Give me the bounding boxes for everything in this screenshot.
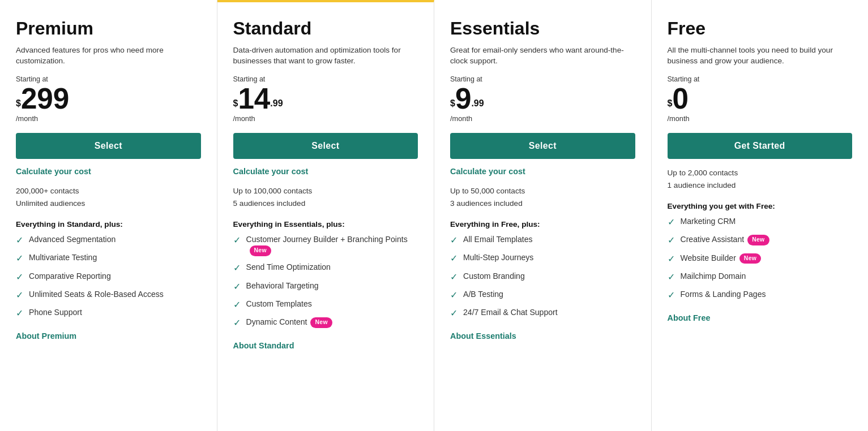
feature-text-premium-4: Phone Support — [29, 307, 82, 318]
plan-period-essentials: /month — [450, 114, 635, 123]
feature-text-essentials-4: 24/7 Email & Chat Support — [463, 307, 558, 318]
everything-label-essentials: Everything in Free, plus: — [450, 220, 635, 229]
feature-text-premium-3: Unlimited Seats & Role-Based Access — [29, 289, 164, 300]
calculate-link-standard[interactable]: Calculate your cost — [233, 167, 418, 176]
checkmark-icon-standard-0: ✓ — [233, 234, 241, 247]
feature-list-premium: ✓Advanced Segmentation✓Multivariate Test… — [16, 234, 201, 320]
checkmark-icon-premium-1: ✓ — [16, 252, 23, 265]
feature-text-standard-1: Send Time Optimization — [246, 262, 331, 273]
checkmark-icon-premium-2: ✓ — [16, 271, 23, 283]
new-badge-free-2: New — [739, 253, 761, 264]
plan-starting-label-premium: Starting at — [16, 75, 201, 83]
checkmark-icon-premium-4: ✓ — [16, 307, 23, 320]
plan-card-free: FreeAll the multi-channel tools you need… — [652, 0, 869, 431]
new-badge-standard-0: New — [250, 245, 271, 256]
select-button-premium[interactable]: Select — [16, 133, 201, 159]
feature-text-essentials-3: A/B Testing — [463, 289, 503, 300]
feature-text-standard-0: Customer Journey Builder + Branching Poi… — [246, 234, 418, 256]
plan-amount-essentials: 9 — [455, 84, 471, 113]
checkmark-icon-free-1: ✓ — [668, 234, 675, 247]
feature-item-essentials-4: ✓24/7 Email & Chat Support — [450, 307, 635, 320]
checkmark-icon-essentials-4: ✓ — [450, 307, 457, 320]
about-link-essentials[interactable]: About Essentials — [450, 331, 635, 341]
plan-description-free: All the multi-channel tools you need to … — [668, 45, 853, 66]
feature-item-standard-3: ✓Custom Templates — [233, 299, 418, 311]
plan-starting-label-standard: Starting at — [233, 75, 418, 83]
about-link-premium[interactable]: About Premium — [16, 331, 201, 341]
feature-text-essentials-1: Multi-Step Journeys — [463, 252, 533, 264]
checkmark-icon-premium-0: ✓ — [16, 234, 23, 247]
feature-item-premium-4: ✓Phone Support — [16, 307, 201, 320]
plan-description-standard: Data-driven automation and optimization … — [233, 45, 418, 66]
feature-item-free-2: ✓Website BuilderNew — [668, 253, 853, 265]
feature-text-free-1: Creative AssistantNew — [681, 234, 769, 245]
plan-dollar-standard: $ — [233, 98, 238, 109]
feature-item-premium-0: ✓Advanced Segmentation — [16, 234, 201, 247]
checkmark-icon-standard-4: ✓ — [233, 317, 241, 329]
feature-text-essentials-0: All Email Templates — [463, 234, 533, 245]
feature-item-standard-1: ✓Send Time Optimization — [233, 262, 418, 274]
feature-text-free-4: Forms & Landing Pages — [681, 289, 766, 300]
checkmark-icon-essentials-3: ✓ — [450, 289, 457, 301]
plan-amount-premium: 299 — [21, 84, 69, 113]
plan-dollar-essentials: $ — [450, 98, 455, 109]
plan-price-row-essentials: $9.99 — [450, 84, 635, 113]
feature-text-essentials-2: Custom Branding — [463, 271, 525, 282]
feature-item-standard-0: ✓Customer Journey Builder + Branching Po… — [233, 234, 418, 256]
feature-list-standard: ✓Customer Journey Builder + Branching Po… — [233, 234, 418, 330]
feature-list-free: ✓Marketing CRM✓Creative AssistantNew✓Web… — [668, 216, 853, 302]
plan-amount-free: 0 — [672, 84, 688, 113]
plan-amount-standard: 14 — [238, 84, 270, 113]
checkmark-icon-free-0: ✓ — [668, 216, 675, 229]
feature-text-premium-0: Advanced Segmentation — [29, 234, 116, 245]
plan-dollar-premium: $ — [16, 98, 21, 109]
plan-cents-essentials: .99 — [471, 98, 484, 109]
plan-card-standard: StandardData-driven automation and optim… — [217, 0, 435, 431]
plan-price-row-standard: $14.99 — [233, 84, 418, 113]
checkmark-icon-free-4: ✓ — [668, 289, 675, 301]
feature-item-free-4: ✓Forms & Landing Pages — [668, 289, 853, 301]
plan-period-premium: /month — [16, 114, 201, 123]
about-link-free[interactable]: About Free — [668, 313, 853, 322]
about-link-standard[interactable]: About Standard — [233, 341, 418, 350]
feature-item-premium-2: ✓Comparative Reporting — [16, 271, 201, 283]
contacts-info-premium: 200,000+ contactsUnlimited audiences — [16, 185, 201, 210]
plan-dollar-free: $ — [668, 98, 673, 109]
calculate-link-essentials[interactable]: Calculate your cost — [450, 167, 635, 176]
select-button-standard[interactable]: Select — [233, 133, 418, 159]
feature-item-essentials-0: ✓All Email Templates — [450, 234, 635, 247]
select-button-essentials[interactable]: Select — [450, 133, 635, 159]
contacts-info-essentials: Up to 50,000 contacts3 audiences include… — [450, 185, 635, 210]
plan-description-premium: Advanced features for pros who need more… — [16, 45, 201, 66]
calculate-link-premium[interactable]: Calculate your cost — [16, 167, 201, 176]
feature-text-free-2: Website BuilderNew — [681, 253, 762, 264]
feature-item-free-3: ✓Mailchimp Domain — [668, 271, 853, 283]
feature-item-free-1: ✓Creative AssistantNew — [668, 234, 853, 247]
contacts-info-standard: Up to 100,000 contacts5 audiences includ… — [233, 185, 418, 210]
feature-item-standard-4: ✓Dynamic ContentNew — [233, 317, 418, 329]
checkmark-icon-free-3: ✓ — [668, 271, 675, 283]
feature-text-standard-4: Dynamic ContentNew — [246, 317, 332, 328]
plan-price-row-premium: $299 — [16, 84, 201, 113]
plan-name-standard: Standard — [233, 18, 418, 39]
plan-card-premium: PremiumAdvanced features for pros who ne… — [0, 0, 217, 431]
plan-starting-label-essentials: Starting at — [450, 75, 635, 83]
select-button-free[interactable]: Get Started — [668, 133, 853, 159]
plan-name-essentials: Essentials — [450, 18, 635, 39]
checkmark-icon-standard-1: ✓ — [233, 262, 241, 274]
feature-text-standard-3: Custom Templates — [246, 299, 312, 310]
feature-item-essentials-2: ✓Custom Branding — [450, 271, 635, 283]
feature-text-free-0: Marketing CRM — [681, 216, 736, 227]
feature-item-essentials-1: ✓Multi-Step Journeys — [450, 252, 635, 265]
pricing-container: PremiumAdvanced features for pros who ne… — [0, 0, 868, 431]
checkmark-icon-premium-3: ✓ — [16, 289, 23, 301]
feature-text-premium-1: Multivariate Testing — [29, 252, 97, 264]
contacts-info-free: Up to 2,000 contacts1 audience included — [668, 167, 853, 192]
everything-label-premium: Everything in Standard, plus: — [16, 220, 201, 229]
plan-price-row-free: $0 — [668, 84, 853, 113]
feature-text-free-3: Mailchimp Domain — [681, 271, 746, 282]
feature-text-standard-2: Behavioral Targeting — [246, 281, 319, 292]
checkmark-icon-essentials-0: ✓ — [450, 234, 457, 247]
feature-item-premium-3: ✓Unlimited Seats & Role-Based Access — [16, 289, 201, 301]
plan-description-essentials: Great for email-only senders who want ar… — [450, 45, 635, 66]
